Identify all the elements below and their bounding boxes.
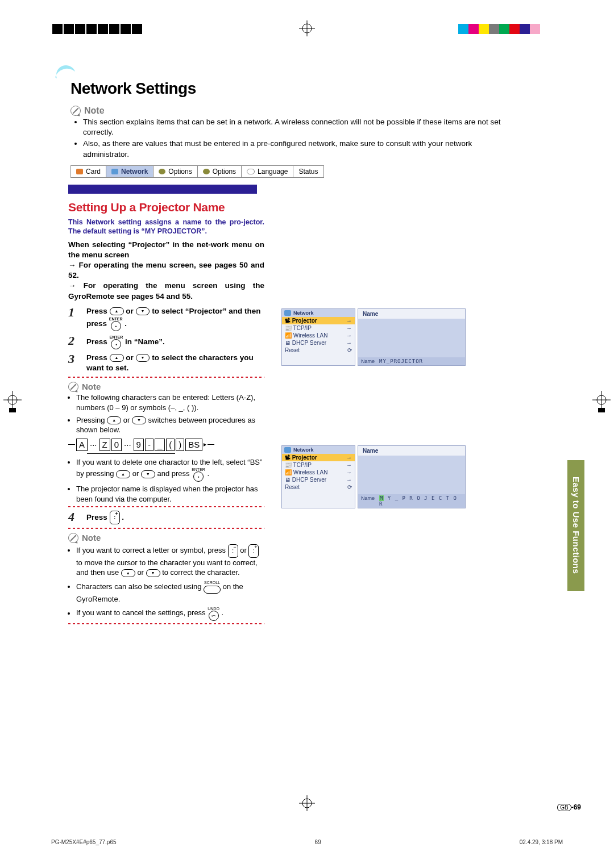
para-2: For operating the menu screen, see pages…: [68, 261, 264, 279]
footer-label: Name: [361, 358, 375, 364]
black-swatches: [52, 24, 142, 34]
enter-button-icon: [111, 339, 121, 349]
registration-mark-bottom: [299, 795, 315, 811]
print-footer: PG-M25X#E#p65_77.p65 69 02.4.29, 3:18 PM: [51, 839, 563, 845]
step-2-number: 2: [68, 335, 81, 349]
registration-mark-left: [3, 391, 22, 414]
enter-button-icon: [111, 321, 121, 331]
svg-rect-13: [598, 408, 605, 412]
menu-card: Card: [86, 168, 101, 176]
screenshot-right-label: Name: [358, 446, 465, 456]
volume-plus-icon: [110, 511, 120, 524]
page-number: GB-69: [557, 803, 581, 811]
note-1b-list: If you want to delete one charactor to t…: [76, 457, 264, 504]
volume-plus-icon: [248, 544, 259, 558]
blue-divider: [68, 185, 257, 194]
para-3: For operating the menu screen using the …: [68, 281, 264, 300]
color-swatches: [458, 24, 540, 34]
screenshot-right-label: Name: [358, 309, 465, 319]
note-pen-icon: [68, 382, 78, 392]
sequence-underline: [87, 453, 175, 454]
intro-bullets: This section explains items that can be …: [83, 117, 515, 160]
step-3-number: 3: [68, 353, 81, 373]
menu-language: Language: [258, 168, 288, 176]
note-2-list: If you want to correct a letter or symbo…: [76, 544, 264, 621]
page-title: Network Settings: [70, 80, 586, 98]
up-button-icon: [121, 569, 135, 577]
up-button-icon: [116, 470, 130, 478]
network-icon: [284, 310, 291, 316]
scroll-button-icon: [204, 586, 221, 594]
options-icon: [203, 169, 210, 174]
menu-options-1: Options: [168, 168, 192, 176]
down-button-icon: [136, 307, 150, 315]
character-sequence: A··· Z 0··· 9 - _ ( ) BS: [68, 439, 264, 451]
osd-screenshot-2: Network 📽 Projector→ 📰 TCP/IP→ 📶 Wireles…: [281, 445, 586, 508]
up-button-icon: [110, 354, 124, 362]
section-lead: This Network setting assigns a name to t…: [68, 218, 264, 236]
network-icon: [111, 169, 118, 174]
section-heading: Setting Up a Projector Name: [68, 201, 264, 214]
card-icon: [76, 169, 83, 174]
para-1: When selecting “Projector” in the net-wo…: [68, 240, 264, 259]
osd-screenshot-1: Network 📽 Projector→ 📰 TCP/IP→ 📶 Wireles…: [281, 308, 586, 366]
menu-status: Status: [298, 168, 318, 176]
note-label: Note: [82, 532, 101, 544]
step-4-text: Press .: [86, 511, 264, 524]
options-icon: [159, 169, 165, 174]
footer-label: Name: [361, 495, 375, 507]
projector-name-value-editing: Y _ P R O J E C T O R: [379, 495, 457, 507]
up-button-icon: [107, 416, 121, 424]
note-label: Note: [84, 106, 105, 116]
registration-mark-top: [299, 20, 315, 36]
down-button-icon: [141, 470, 155, 478]
step-1-text: Press or to select “Projector” and then …: [86, 306, 264, 331]
side-tab: Easy to Use Functions: [567, 460, 584, 591]
down-button-icon: [146, 569, 160, 577]
enter-button-icon: [193, 471, 204, 482]
down-button-icon: [136, 354, 150, 362]
language-icon: [247, 169, 255, 174]
osd-menubar: Card Network Options Options Language St…: [70, 165, 324, 178]
undo-button-icon: [209, 611, 219, 621]
volume-minus-icon: [228, 544, 238, 558]
step-3-text: Press or to select the characters you wa…: [86, 353, 264, 373]
note-label: Note: [82, 381, 101, 393]
cursor-char: M: [379, 495, 384, 501]
registration-mark-right: [592, 391, 611, 414]
projector-name-value: MY_PROJECTOR: [379, 358, 423, 364]
note-1-list: The following characters can be entered:…: [76, 393, 264, 435]
note-pen-icon: [70, 106, 81, 116]
menu-options-2: Options: [213, 168, 236, 176]
step-4-number: 4: [68, 511, 81, 524]
scroll-label: SCROLL: [204, 580, 221, 585]
menu-network: Network: [121, 168, 148, 176]
down-button-icon: [132, 416, 146, 424]
svg-rect-9: [9, 408, 16, 412]
network-icon: [284, 447, 291, 453]
step-1-number: 1: [68, 306, 81, 331]
step-2-text: Press ENTER in “Name”.: [86, 335, 264, 349]
up-button-icon: [110, 307, 124, 315]
note-pen-icon: [68, 533, 78, 543]
decorative-cyan-arc: [53, 61, 76, 84]
